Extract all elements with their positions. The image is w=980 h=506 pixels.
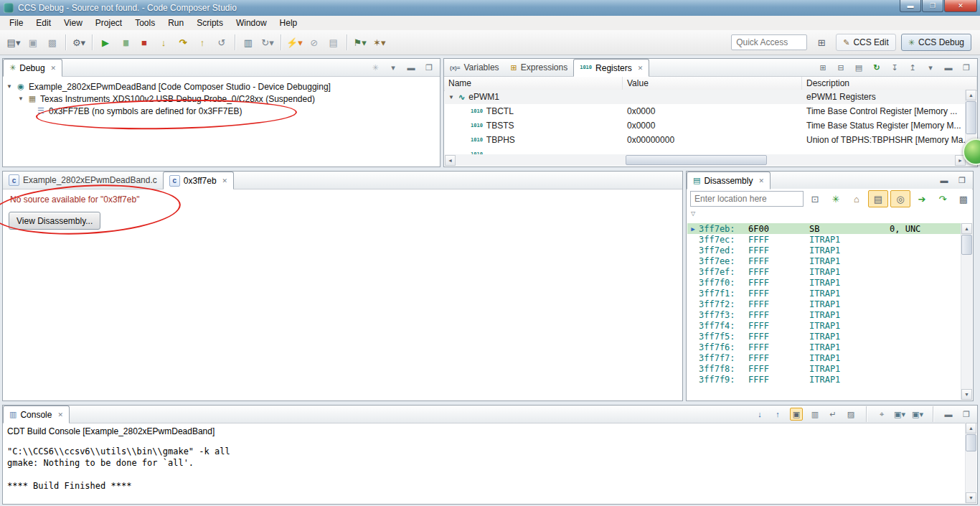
menu-item-help[interactable]: Help [273,17,304,29]
scroll-thumb[interactable] [961,235,972,255]
layout-icon[interactable]: ▤ [853,62,864,73]
register-group-row[interactable]: ▼ ∿ ePWM1 ePWM1 Registers [445,90,966,104]
column-header-name[interactable]: Name [444,77,623,90]
vertical-scrollbar[interactable]: ▲ ▼ [965,423,976,503]
tab-expressions[interactable]: ⊞ Expressions [505,59,574,76]
export-icon[interactable]: ↥ [907,62,918,73]
twisty-icon[interactable]: ▼ [17,95,24,102]
scroll-down-icon[interactable]: ▼ [966,492,976,503]
step-return-icon[interactable]: ↑ [193,34,212,50]
chevron-down-icon[interactable]: ▽ [691,210,695,217]
disassembly-row-current[interactable]: ▶ 3ff7eb: 6F00 SB 0, UNC [687,223,961,234]
window-maximize-button[interactable]: ❐ [922,0,943,12]
disassembly-row[interactable]: 3ff7ed:FFFFITRAP1 [687,245,961,256]
disassembly-row[interactable]: 3ff7f8:FFFFITRAP1 [687,363,961,374]
pin-icon[interactable]: ⊡ [806,191,824,207]
menu-item-window[interactable]: Window [230,17,273,29]
column-header-description[interactable]: Description [802,77,977,90]
show-source-toggle[interactable]: ▤ [868,190,888,207]
close-icon[interactable]: ✕ [638,65,644,72]
profile-icon[interactable]: ⊘ [305,34,324,50]
window-close-button[interactable]: ✕ [944,0,977,12]
close-icon[interactable]: ✕ [222,177,228,184]
close-icon[interactable]: ✕ [758,177,764,184]
column-header-value[interactable]: Value [623,77,802,90]
disassembly-row[interactable]: 3ff7ee:FFFFITRAP1 [687,256,961,266]
new-view-icon[interactable]: ▦ [975,191,980,207]
menu-item-view[interactable]: View [57,17,89,29]
step-into-icon[interactable]: ↓ [154,34,173,50]
word-wrap-icon[interactable]: ↵ [827,408,839,420]
quick-access-input[interactable] [731,34,807,50]
scroll-down-icon[interactable]: ▼ [961,389,972,400]
scroll-up-icon[interactable]: ▲ [966,90,976,100]
disassembly-row[interactable]: 3ff7ec:FFFFITRAP1 [687,234,961,245]
prev-error-icon[interactable]: ↑ [772,408,783,420]
tab-disassembly[interactable]: ▤ Disassembly ✕ [687,172,771,189]
track-pc-toggle[interactable]: ◎ [890,190,910,207]
pinwheel-icon[interactable]: ✳ [369,62,381,73]
scroll-up-icon[interactable]: ▲ [966,423,976,434]
disassembly-row[interactable]: 3ff7f4:FFFFITRAP1 [687,320,961,331]
register-row[interactable]: 1010 TBPHS 0x00000000 Union of TBPHS:TBP… [445,133,966,147]
maximize-icon[interactable]: ❐ [961,62,972,73]
debug-config-icon[interactable]: ⚑▾ [351,34,369,50]
copy-view-icon[interactable]: ▩ [954,191,973,207]
tab-0x3ff7eb[interactable]: c 0x3ff7eb ✕ [163,172,234,189]
scroll-lock-icon[interactable]: ▥ [809,408,821,420]
disassembly-row[interactable]: 3ff7f7:FFFFITRAP1 [687,352,961,363]
highlight-tool-icon[interactable]: ✶▾ [370,34,389,50]
resume-icon[interactable]: ▶ [96,34,115,50]
tab-registers[interactable]: 1010 Registers ✕ [573,59,649,77]
import-icon[interactable]: ↧ [889,62,900,73]
maximize-icon[interactable]: ❐ [956,174,968,186]
register-row[interactable]: 1010 TBCTL 0x0000 Time Base Control Regi… [445,104,966,118]
disassembly-row[interactable]: 3ff7f6:FFFFITRAP1 [687,342,961,352]
tab-debug[interactable]: ✳ Debug ✕ [3,59,62,77]
window-titlebar[interactable]: CCS Debug - Source not found. - Code Com… [0,0,980,16]
open-console-icon[interactable]: ▣▾ [912,408,923,420]
debug-tree-item-project[interactable]: ▼ ◉ Example_2802xEPwmDeadBand [Code Comp… [3,80,440,93]
terminate-icon[interactable]: ■ [135,34,154,50]
disassembly-row[interactable]: 3ff7f2:FFFFITRAP1 [687,299,961,309]
minimize-icon[interactable]: ▬ [943,62,954,73]
tree-mode-icon[interactable]: ⊞ [817,62,829,73]
display-console-icon[interactable]: ▣▾ [894,408,905,420]
disassembly-row[interactable]: 3ff7f9:FFFFITRAP1 [687,374,961,385]
show-error-toggle[interactable]: ▣ [790,408,803,421]
scroll-left-icon[interactable]: ◄ [445,155,456,166]
horizontal-scrollbar[interactable]: ◄ ► [445,154,966,166]
suspend-icon[interactable]: ▮▮ [116,34,134,50]
disassembly-row[interactable]: 3ff7f5:FFFFITRAP1 [687,331,961,342]
new-wizard-icon[interactable]: ▤▾ [4,34,23,50]
next-error-icon[interactable]: ↓ [754,408,765,420]
minimize-icon[interactable]: ▬ [405,62,417,73]
pin-console-icon[interactable]: ⌖ [876,408,887,420]
open-perspective-icon[interactable]: ⊞ [812,34,831,50]
menu-item-project[interactable]: Project [89,17,128,29]
disassembly-row[interactable]: 3ff7ef:FFFFITRAP1 [687,266,961,277]
reset-cpu-icon[interactable]: ↻▾ [258,34,277,50]
menu-item-scripts[interactable]: Scripts [190,17,230,29]
build-icon[interactable]: ⚙▾ [70,34,88,50]
scroll-thumb[interactable] [966,434,976,451]
location-input[interactable] [690,191,804,207]
perspective-ccs-edit[interactable]: ✎ CCS Edit [836,34,896,51]
resume-from-icon[interactable]: ↷ [933,191,952,207]
window-minimize-button[interactable]: ▬ [900,0,921,12]
minimize-icon[interactable]: ▬ [938,174,950,186]
view-menu-icon[interactable]: ▾ [925,62,936,73]
refresh-icon[interactable]: ✳ [826,191,845,207]
restart-icon[interactable]: ↺ [212,34,231,50]
menu-item-run[interactable]: Run [161,17,190,29]
flash-icon[interactable]: ⚡▾ [285,34,304,50]
maximize-icon[interactable]: ❐ [961,408,972,420]
view-menu-icon[interactable]: ▾ [387,62,399,73]
close-icon[interactable]: ✕ [57,411,63,418]
disassembly-row[interactable]: 3ff7f1:FFFFITRAP1 [687,288,961,299]
save-icon[interactable]: ▣ [24,34,42,50]
minimize-icon[interactable]: ▬ [943,408,954,420]
home-icon[interactable]: ⌂ [847,191,866,207]
twisty-icon[interactable]: ▼ [448,94,455,100]
vertical-scrollbar[interactable]: ▲ ▼ [961,223,972,400]
